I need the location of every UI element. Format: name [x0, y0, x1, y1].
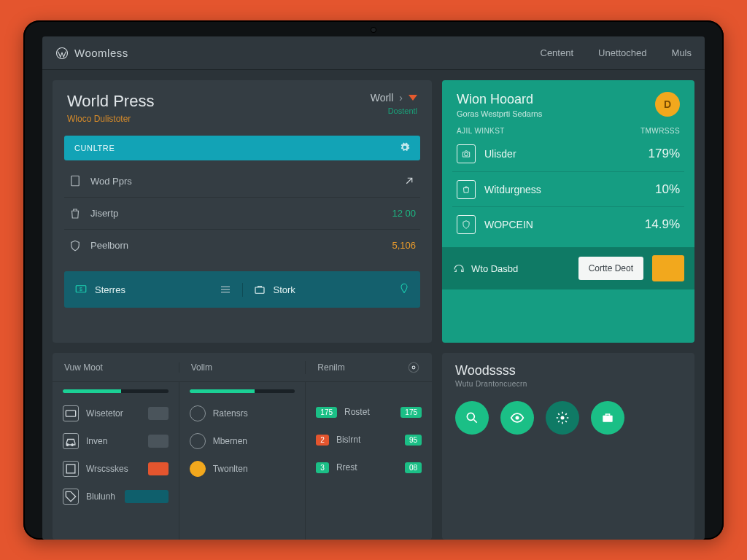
panel-selector[interactable]: Worll › Dostentl — [371, 92, 417, 115]
nav-item-content[interactable]: Centent — [541, 47, 574, 58]
search-icon[interactable] — [455, 401, 489, 435]
tab-label: CUNLTRE — [74, 144, 115, 152]
stat-value: 14.9% — [645, 217, 680, 232]
list-item[interactable]: 175Rostet175 — [316, 399, 422, 425]
columns-header: Vuw Moot Vollm Renilm — [53, 353, 432, 382]
col-head: Renilm — [317, 362, 344, 373]
bottom-seg-sterres[interactable]: $ Sterres — [64, 283, 242, 296]
eye-icon[interactable] — [500, 401, 534, 435]
briefcase-icon — [253, 283, 266, 296]
footer-tag: Wto Dasbd — [471, 263, 518, 274]
item-label: Rostet — [344, 407, 370, 417]
row-label: Jisertp — [90, 208, 118, 219]
item-label: Blulunh — [86, 491, 115, 502]
stat-row[interactable]: Ulisder 179% — [452, 136, 684, 171]
app-screen: Woomless Centent Unettoched Muls World P… — [42, 36, 705, 540]
gear-icon[interactable] — [400, 142, 410, 154]
card-title: Wion Hooard — [457, 92, 542, 107]
panel-summary-card: Wion Hooard Goras Westprti Sedarns D AJI… — [442, 80, 694, 343]
panel-tab-bar[interactable]: CUNLTRE — [64, 136, 420, 160]
chip — [148, 435, 169, 448]
list-item[interactable]: 3Rrest08 — [316, 454, 422, 481]
panel-title: World Press — [67, 92, 154, 111]
count-badge: 95 — [405, 435, 422, 446]
topbar: Woomless Centent Unettoched Muls — [42, 36, 705, 70]
car-icon — [63, 433, 79, 449]
circle-icon — [190, 405, 206, 421]
create-button[interactable]: Cortte Deot — [578, 257, 643, 280]
box-icon — [63, 461, 79, 477]
svg-rect-4 — [255, 287, 264, 293]
menu-icon[interactable] — [219, 283, 232, 296]
brand-label: Woomless — [74, 47, 128, 59]
svg-point-12 — [561, 416, 565, 420]
col-head: Vollm — [191, 362, 212, 373]
bag-icon — [457, 180, 476, 199]
selector-label: Worll — [371, 92, 394, 104]
progress-bar — [63, 389, 169, 393]
tag-icon — [63, 489, 79, 505]
item-label: Wrscsskes — [86, 464, 128, 474]
trash-icon — [69, 207, 82, 220]
svg-point-10 — [467, 413, 474, 420]
chip — [148, 462, 169, 475]
card-badge[interactable]: D — [655, 92, 680, 117]
nav-item-untouched[interactable]: Unettoched — [598, 47, 647, 58]
column: 175Rostet175 2Bislrnt95 3Rrest08 — [305, 382, 432, 540]
list-item[interactable]: Inven — [63, 428, 169, 454]
list-item[interactable]: 2Bislrnt95 — [316, 427, 422, 453]
action-button-orange[interactable] — [652, 255, 684, 281]
count-badge: 175 — [400, 407, 422, 418]
gear-icon[interactable] — [546, 401, 579, 435]
panel-bottom-bar: $ Sterres Stork — [64, 271, 420, 308]
progress-bar — [190, 389, 295, 393]
stat-label: Ulisder — [484, 148, 516, 160]
svg-point-11 — [516, 416, 519, 420]
list-item[interactable]: Peelborn 5,106 — [64, 229, 420, 261]
stat-row[interactable]: WOPCEIN 14.9% — [452, 206, 684, 241]
brand[interactable]: Woomless — [55, 47, 128, 60]
svg-rect-9 — [66, 464, 75, 473]
icon-row — [442, 388, 694, 435]
row-label: Peelborn — [90, 240, 128, 251]
svg-rect-8 — [66, 411, 75, 416]
nav-item-muls[interactable]: Muls — [672, 47, 692, 58]
item-label: Twonlten — [213, 464, 248, 474]
row-value: 5,106 — [392, 240, 416, 251]
svg-point-7 — [409, 362, 419, 373]
list-item[interactable]: Wod Pprs — [64, 165, 420, 197]
item-label: Mbernen — [213, 436, 247, 446]
meta-left: AJIL WINKST — [457, 127, 505, 135]
list-item[interactable]: Ratensrs — [190, 400, 295, 427]
selector-sub: Dostentl — [371, 106, 417, 115]
wordpress-logo-icon — [55, 47, 69, 60]
list-item[interactable]: Wrscsskes — [63, 456, 169, 482]
stat-row[interactable]: Witdurgness 10% — [452, 171, 684, 206]
item-label: Inven — [86, 436, 107, 446]
badge-letter: D — [664, 98, 671, 110]
circle-icon — [190, 433, 206, 449]
shield-icon — [457, 215, 476, 234]
list-item[interactable]: Twonlten — [190, 456, 295, 482]
list-item[interactable]: Blulunh — [63, 483, 169, 510]
device-frame: Woomless Centent Unettoched Muls World P… — [23, 20, 724, 540]
settings-icon[interactable] — [407, 361, 420, 374]
list-item[interactable]: Jisertp 12 00 — [64, 197, 420, 229]
arrow-out-icon — [403, 174, 416, 187]
briefcase-icon[interactable] — [591, 401, 624, 435]
pin-icon[interactable] — [398, 283, 410, 297]
list-item[interactable]: Wisetetor — [63, 400, 169, 427]
panel-subtitle: Wloco Dulistoter — [67, 114, 154, 124]
row-value: 12 00 — [392, 208, 416, 219]
bottom-seg-stork[interactable]: Stork — [242, 283, 421, 297]
headphones-icon — [452, 262, 465, 275]
list-item[interactable]: Mbernen — [190, 428, 295, 454]
seg-label: Stork — [274, 284, 295, 295]
card-icon — [63, 405, 79, 421]
row-label: Wod Pprs — [90, 176, 132, 187]
panel-world-press: World Press Wloco Dulistoter Worll › Dos… — [53, 80, 432, 343]
panel-rows: Wod Pprs Jisertp 12 00 — [53, 160, 432, 268]
circle-icon — [190, 461, 206, 477]
panel-three-columns: Vuw Moot Vollm Renilm Wisetetor Inven Wr… — [53, 353, 432, 540]
rank-badge: 175 — [316, 407, 337, 418]
